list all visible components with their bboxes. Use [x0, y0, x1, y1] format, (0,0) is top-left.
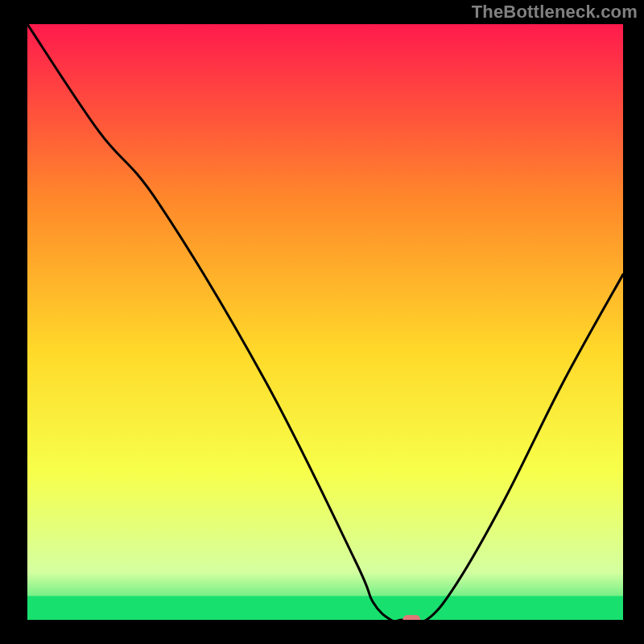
marker-dot — [402, 615, 420, 620]
green-band — [27, 596, 623, 620]
plot-area — [27, 24, 623, 620]
chart-svg — [27, 24, 623, 620]
watermark-text: TheBottleneck.com — [472, 2, 638, 23]
gradient-background — [27, 24, 623, 620]
chart-frame: TheBottleneck.com — [0, 0, 644, 644]
